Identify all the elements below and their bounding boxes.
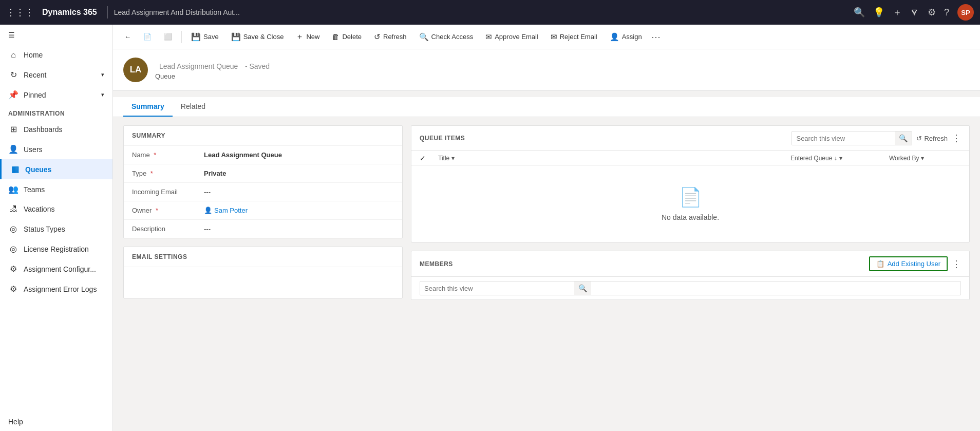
- queue-items-header: QUEUE ITEMS 🔍 ↺ Refresh ⋮: [411, 126, 969, 151]
- tab-related[interactable]: Related: [173, 97, 214, 117]
- sidebar-item-vacations[interactable]: 🏖 Vacations: [0, 199, 112, 219]
- summary-card-body: Name * Lead Assignment Queue Type * Priv…: [124, 146, 402, 238]
- sidebar-nav: ⌂ Home ↻ Recent ▾ 📌 Pinned ▾ Administrat…: [0, 45, 112, 413]
- save-close-icon: 💾: [231, 32, 241, 42]
- admin-section-label: Administration: [0, 105, 112, 119]
- check-access-icon: 🔍: [419, 32, 429, 42]
- sidebar-toggle[interactable]: ☰: [0, 25, 112, 45]
- nav-separator: [107, 6, 108, 18]
- sidebar-item-queues[interactable]: ▦ Queues: [0, 159, 112, 179]
- check-access-button[interactable]: 🔍 Check Access: [414, 29, 479, 45]
- field-label-owner: Owner *: [132, 207, 204, 214]
- sidebar-item-home[interactable]: ⌂ Home: [0, 45, 112, 65]
- members-panel: MEMBERS 📋 Add Existing User ⋮: [411, 251, 970, 300]
- assign-icon: 👤: [610, 32, 619, 42]
- refresh-icon: ↺: [374, 32, 381, 42]
- users-icon: 👤: [8, 144, 18, 154]
- members-more-icon[interactable]: ⋮: [952, 258, 961, 270]
- toolbar: ← 📄 ⬜ 💾 Save 💾 Save & Close ＋ New: [113, 25, 980, 49]
- refresh-button[interactable]: ↺ Refresh: [369, 29, 412, 45]
- approve-email-label: Approve Email: [495, 33, 538, 41]
- sidebar-item-teams[interactable]: 👥 Teams: [0, 179, 112, 199]
- reject-email-icon: ✉: [551, 32, 557, 42]
- user-avatar[interactable]: SP: [957, 4, 974, 21]
- email-settings-header: EMAIL SETTINGS: [124, 247, 402, 267]
- sidebar-item-users[interactable]: 👤 Users: [0, 139, 112, 159]
- sidebar-item-label: License Registration: [24, 245, 89, 253]
- right-column: QUEUE ITEMS 🔍 ↺ Refresh ⋮: [411, 125, 970, 308]
- sidebar-item-status-types[interactable]: ◎ Status Types: [0, 219, 112, 239]
- sidebar-item-recent[interactable]: ↻ Recent ▾: [0, 65, 112, 85]
- new-button[interactable]: ＋ New: [291, 29, 325, 45]
- grid-icon[interactable]: ⋮⋮⋮: [6, 7, 34, 18]
- popout-icon: ⬜: [164, 33, 172, 41]
- sidebar-item-label: Users: [24, 145, 43, 154]
- settings-icon[interactable]: ⚙: [928, 7, 936, 18]
- popout-button[interactable]: ⬜: [159, 30, 177, 44]
- queue-search-button[interactable]: 🔍: [895, 132, 912, 145]
- sidebar-item-pinned[interactable]: 📌 Pinned ▾: [0, 85, 112, 105]
- top-nav: ⋮⋮⋮ Dynamics 365 Lead Assignment And Dis…: [0, 0, 980, 25]
- save-button[interactable]: 💾 Save: [186, 29, 224, 45]
- sidebar-item-assignment-errors[interactable]: ⚙ Assignment Error Logs: [0, 279, 112, 299]
- dashboards-icon: ⊞: [8, 124, 18, 134]
- sidebar-help[interactable]: Help: [0, 413, 112, 431]
- home-icon: ⌂: [8, 50, 18, 60]
- reject-email-button[interactable]: ✉ Reject Email: [545, 29, 602, 45]
- page-header: LA Lead Assignment Queue - Saved Queue: [113, 49, 980, 91]
- toolbar-more-icon[interactable]: ⋯: [651, 31, 661, 43]
- left-column: SUMMARY Name * Lead Assignment Queue Typ…: [123, 125, 403, 308]
- save-close-button[interactable]: 💾 Save & Close: [226, 29, 289, 45]
- field-label-description: Description: [132, 225, 204, 233]
- members-search-bar: 🔍: [420, 281, 961, 295]
- delete-button[interactable]: 🗑 Delete: [327, 29, 367, 44]
- empty-state-icon: 📄: [679, 186, 702, 208]
- tabs-bar: Summary Related: [113, 97, 980, 117]
- filter-icon[interactable]: ⛛: [910, 7, 919, 18]
- queue-refresh-button[interactable]: ↺ Refresh: [916, 135, 948, 142]
- owner-person-icon: 👤: [204, 207, 212, 214]
- summary-card-header: SUMMARY: [124, 126, 402, 146]
- vacations-icon: 🏖: [8, 204, 18, 214]
- plus-icon[interactable]: ＋: [893, 6, 902, 18]
- sidebar-item-assignment-config[interactable]: ⚙ Assignment Configur...: [0, 259, 112, 279]
- tab-summary[interactable]: Summary: [123, 97, 173, 117]
- title-sort-icon: ▾: [451, 155, 455, 162]
- col-entered-header[interactable]: Entered Queue ↓ ▾: [790, 155, 883, 162]
- field-value-owner[interactable]: 👤 Sam Potter: [204, 207, 394, 214]
- back-button[interactable]: ←: [119, 30, 136, 44]
- nav-icons: 🔍 💡 ＋ ⛛ ⚙ ? SP: [854, 4, 974, 21]
- add-existing-user-button[interactable]: 📋 Add Existing User: [869, 256, 948, 271]
- select-all-check[interactable]: ✓: [420, 154, 432, 162]
- worked-filter-icon: ▾: [921, 155, 924, 162]
- sidebar-item-license[interactable]: ◎ License Registration: [0, 239, 112, 259]
- queue-more-icon[interactable]: ⋮: [952, 133, 961, 144]
- members-header: MEMBERS 📋 Add Existing User ⋮: [411, 251, 969, 277]
- record-avatar: LA: [123, 58, 148, 82]
- help-icon[interactable]: ?: [944, 7, 949, 18]
- field-incoming-email: Incoming Email ---: [124, 183, 402, 201]
- page-header-info: Lead Assignment Queue - Saved Queue: [155, 60, 270, 80]
- search-icon[interactable]: 🔍: [854, 7, 865, 18]
- field-value-description: ---: [204, 225, 394, 233]
- approve-email-button[interactable]: ✉ Approve Email: [480, 29, 543, 45]
- col-worked-header[interactable]: Worked By ▾: [889, 155, 961, 162]
- queue-items-header-right: 🔍 ↺ Refresh ⋮: [791, 131, 961, 145]
- lightbulb-icon[interactable]: 💡: [873, 7, 884, 18]
- queue-search-input[interactable]: [792, 132, 895, 145]
- chevron-down-icon: ▾: [101, 71, 104, 78]
- queue-search-bar: 🔍: [791, 131, 912, 145]
- toolbar-sep-1: [181, 31, 182, 43]
- field-name: Name * Lead Assignment Queue: [124, 146, 402, 164]
- queue-items-panel: QUEUE ITEMS 🔍 ↺ Refresh ⋮: [411, 125, 970, 242]
- members-search-button[interactable]: 🔍: [574, 282, 591, 295]
- record-view-button[interactable]: 📄: [138, 30, 157, 44]
- assign-button[interactable]: 👤 Assign: [605, 29, 647, 45]
- add-user-icon: 📋: [876, 260, 884, 268]
- members-search-area: 🔍: [411, 277, 969, 299]
- members-search-input[interactable]: [420, 282, 574, 295]
- sidebar-item-dashboards[interactable]: ⊞ Dashboards: [0, 119, 112, 139]
- sidebar-item-label: Home: [24, 51, 43, 59]
- members-title: MEMBERS: [420, 260, 869, 268]
- col-title-header[interactable]: Title ▾: [438, 155, 784, 162]
